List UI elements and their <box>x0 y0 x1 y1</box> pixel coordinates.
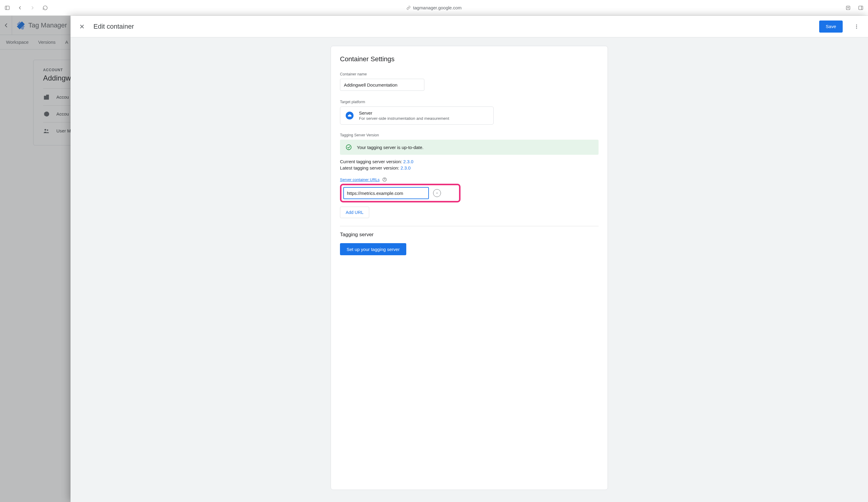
remove-url-button[interactable] <box>433 189 441 197</box>
container-settings-card: Container Settings Container name Target… <box>331 46 608 490</box>
banner-text: Your tagging server is up-to-date. <box>357 145 423 150</box>
target-platform-label: Target platform <box>340 100 599 104</box>
gtm-back-button[interactable] <box>0 16 12 35</box>
gtm-product-title: Tag Manager <box>28 21 67 29</box>
sidebar-toggle-icon[interactable] <box>4 5 10 11</box>
tabs-icon[interactable] <box>858 5 864 11</box>
svg-rect-2 <box>846 6 850 10</box>
browser-toolbar: tagmanager.google.com <box>0 0 868 16</box>
current-version-line: Current tagging server version: 2.3.0 <box>340 159 599 164</box>
svg-point-11 <box>45 129 46 131</box>
reload-icon[interactable] <box>42 5 48 11</box>
cloud-icon <box>346 112 353 119</box>
panel-title: Edit container <box>93 23 134 30</box>
more-vert-icon <box>854 24 859 29</box>
save-button[interactable]: Save <box>819 21 843 32</box>
nav-back-icon[interactable] <box>17 5 23 11</box>
url-highlight-box <box>340 184 461 202</box>
address-bar[interactable]: tagmanager.google.com <box>406 5 462 10</box>
svg-rect-0 <box>5 6 9 10</box>
latest-version-line: Latest tagging server version: 2.3.0 <box>340 165 599 170</box>
divider <box>340 226 599 226</box>
help-icon[interactable] <box>382 177 387 182</box>
svg-point-15 <box>856 24 857 26</box>
close-button[interactable] <box>76 21 87 32</box>
platform-title: Server <box>359 110 449 116</box>
tab-workspace[interactable]: Workspace <box>6 40 29 45</box>
svg-point-12 <box>47 129 48 131</box>
container-name-label: Container name <box>340 72 599 76</box>
settings-heading: Container Settings <box>340 55 599 63</box>
version-uptodate-banner: Your tagging server is up-to-date. <box>340 140 599 155</box>
container-name-input[interactable] <box>340 79 424 91</box>
gtm-logo-icon <box>16 21 25 30</box>
bg-row-label: User M <box>56 128 71 133</box>
minus-icon <box>435 191 439 195</box>
platform-subtitle: For server-side instrumentation and meas… <box>359 116 449 121</box>
tagging-server-heading: Tagging server <box>340 232 599 238</box>
extensions-icon[interactable] <box>845 5 851 11</box>
latest-version-link[interactable]: 2.3.0 <box>401 165 411 170</box>
bg-row-label: Accou <box>56 111 69 117</box>
svg-point-18 <box>346 145 351 150</box>
building-icon <box>43 94 50 100</box>
close-icon <box>79 23 85 30</box>
bg-row-label: Accou <box>56 94 69 100</box>
server-urls-label[interactable]: Server container URLs <box>340 177 380 182</box>
setup-tagging-server-button[interactable]: Set up your tagging server <box>340 243 406 255</box>
tab-admin-partial[interactable]: A <box>65 40 68 45</box>
edit-container-panel: Edit container Save Container Settings C… <box>71 16 868 502</box>
svg-point-17 <box>856 28 857 28</box>
nav-forward-icon <box>30 5 35 11</box>
svg-point-9 <box>21 27 24 29</box>
more-menu-button[interactable] <box>851 21 862 32</box>
link-icon <box>406 6 411 10</box>
svg-rect-5 <box>859 6 863 10</box>
platform-card[interactable]: Server For server-side instrumentation a… <box>340 107 494 124</box>
users-icon <box>43 128 50 134</box>
add-url-button[interactable]: Add URL <box>340 207 369 218</box>
check-circle-icon <box>345 144 352 151</box>
url-text: tagmanager.google.com <box>413 5 462 10</box>
current-version-link[interactable]: 2.3.0 <box>403 159 413 164</box>
history-icon <box>43 111 50 117</box>
svg-point-16 <box>856 26 857 27</box>
tagging-version-label: Tagging Server Version <box>340 133 599 137</box>
tab-versions[interactable]: Versions <box>38 40 56 45</box>
server-url-input[interactable] <box>343 187 429 199</box>
